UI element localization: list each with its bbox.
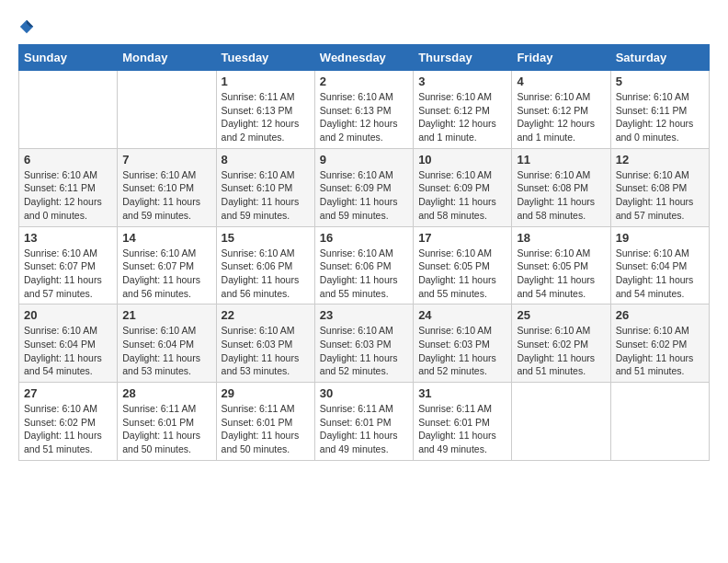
day-number: 10 (418, 153, 506, 167)
day-info: Sunrise: 6:10 AMSunset: 6:10 PMDaylight:… (122, 168, 210, 223)
day-number: 17 (418, 231, 506, 245)
column-header-sunday: Sunday (19, 45, 118, 71)
calendar-cell: 26Sunrise: 6:10 AMSunset: 6:02 PMDayligh… (610, 304, 709, 383)
day-info: Sunrise: 6:10 AMSunset: 6:11 PMDaylight:… (24, 168, 112, 223)
column-header-friday: Friday (512, 45, 610, 71)
column-header-monday: Monday (118, 45, 216, 71)
calendar-cell: 16Sunrise: 6:10 AMSunset: 6:06 PMDayligh… (314, 226, 413, 304)
calendar-cell: 20Sunrise: 6:10 AMSunset: 6:04 PMDayligh… (19, 304, 118, 383)
calendar-cell: 5Sunrise: 6:10 AMSunset: 6:11 PMDaylight… (610, 71, 709, 149)
calendar-cell: 4Sunrise: 6:10 AMSunset: 6:12 PMDaylight… (512, 71, 610, 149)
week-row-5: 27Sunrise: 6:10 AMSunset: 6:02 PMDayligh… (19, 383, 710, 461)
day-number: 1 (222, 75, 310, 88)
day-info: Sunrise: 6:10 AMSunset: 6:02 PMDaylight:… (616, 324, 704, 378)
calendar-cell: 14Sunrise: 6:10 AMSunset: 6:07 PMDayligh… (118, 226, 216, 304)
calendar-cell (118, 71, 216, 149)
day-info: Sunrise: 6:10 AMSunset: 6:09 PMDaylight:… (418, 168, 506, 223)
calendar-cell: 15Sunrise: 6:10 AMSunset: 6:06 PMDayligh… (216, 226, 314, 304)
calendar-cell: 11Sunrise: 6:10 AMSunset: 6:08 PMDayligh… (512, 148, 610, 226)
column-header-saturday: Saturday (610, 45, 709, 71)
column-header-wednesday: Wednesday (314, 45, 413, 71)
calendar-cell: 28Sunrise: 6:11 AMSunset: 6:01 PMDayligh… (118, 383, 216, 461)
day-number: 27 (24, 386, 112, 400)
week-row-3: 13Sunrise: 6:10 AMSunset: 6:07 PMDayligh… (19, 226, 710, 304)
day-info: Sunrise: 6:10 AMSunset: 6:09 PMDaylight:… (320, 168, 408, 223)
calendar-cell: 13Sunrise: 6:10 AMSunset: 6:07 PMDayligh… (19, 226, 118, 304)
calendar-cell: 10Sunrise: 6:10 AMSunset: 6:09 PMDayligh… (414, 148, 512, 226)
day-info: Sunrise: 6:10 AMSunset: 6:08 PMDaylight:… (616, 168, 704, 223)
day-info: Sunrise: 6:10 AMSunset: 6:07 PMDaylight:… (122, 247, 210, 301)
calendar-cell: 18Sunrise: 6:10 AMSunset: 6:05 PMDayligh… (512, 226, 610, 304)
calendar-cell: 25Sunrise: 6:10 AMSunset: 6:02 PMDayligh… (512, 304, 610, 383)
day-number: 9 (320, 153, 408, 167)
calendar-cell: 19Sunrise: 6:10 AMSunset: 6:04 PMDayligh… (610, 226, 709, 304)
day-info: Sunrise: 6:10 AMSunset: 6:12 PMDaylight:… (418, 90, 506, 144)
logo (18, 18, 35, 35)
calendar-cell: 24Sunrise: 6:10 AMSunset: 6:03 PMDayligh… (414, 304, 512, 383)
header-row: SundayMondayTuesdayWednesdayThursdayFrid… (19, 45, 710, 71)
day-info: Sunrise: 6:11 AMSunset: 6:01 PMDaylight:… (418, 402, 506, 456)
calendar-cell (512, 383, 610, 461)
day-number: 2 (320, 75, 408, 88)
day-info: Sunrise: 6:10 AMSunset: 6:10 PMDaylight:… (222, 168, 310, 223)
day-info: Sunrise: 6:10 AMSunset: 6:04 PMDaylight:… (24, 324, 112, 378)
day-number: 16 (320, 231, 408, 245)
day-number: 28 (122, 386, 210, 400)
calendar-table: SundayMondayTuesdayWednesdayThursdayFrid… (18, 44, 710, 461)
day-info: Sunrise: 6:10 AMSunset: 6:08 PMDaylight:… (517, 168, 605, 223)
week-row-1: 1Sunrise: 6:11 AMSunset: 6:13 PMDaylight… (19, 71, 710, 149)
calendar-cell: 22Sunrise: 6:10 AMSunset: 6:03 PMDayligh… (216, 304, 314, 383)
calendar-cell: 29Sunrise: 6:11 AMSunset: 6:01 PMDayligh… (216, 383, 314, 461)
calendar-cell: 21Sunrise: 6:10 AMSunset: 6:04 PMDayligh… (118, 304, 216, 383)
day-info: Sunrise: 6:10 AMSunset: 6:06 PMDaylight:… (222, 247, 310, 301)
calendar-cell: 8Sunrise: 6:10 AMSunset: 6:10 PMDaylight… (216, 148, 314, 226)
day-info: Sunrise: 6:10 AMSunset: 6:02 PMDaylight:… (24, 402, 112, 456)
day-info: Sunrise: 6:10 AMSunset: 6:12 PMDaylight:… (517, 90, 605, 144)
day-number: 23 (320, 308, 408, 322)
day-number: 29 (222, 386, 310, 400)
calendar-cell (610, 383, 709, 461)
day-info: Sunrise: 6:10 AMSunset: 6:02 PMDaylight:… (517, 324, 605, 378)
calendar-cell (19, 71, 118, 149)
calendar-cell: 30Sunrise: 6:11 AMSunset: 6:01 PMDayligh… (314, 383, 413, 461)
day-info: Sunrise: 6:11 AMSunset: 6:01 PMDaylight:… (222, 402, 310, 456)
day-number: 14 (122, 231, 210, 245)
calendar-cell: 6Sunrise: 6:10 AMSunset: 6:11 PMDaylight… (19, 148, 118, 226)
column-header-tuesday: Tuesday (216, 45, 314, 71)
calendar-cell: 12Sunrise: 6:10 AMSunset: 6:08 PMDayligh… (610, 148, 709, 226)
day-number: 5 (616, 75, 704, 88)
calendar-cell: 1Sunrise: 6:11 AMSunset: 6:13 PMDaylight… (216, 71, 314, 149)
day-number: 11 (517, 153, 605, 167)
day-number: 20 (24, 308, 112, 322)
day-info: Sunrise: 6:10 AMSunset: 6:11 PMDaylight:… (616, 90, 704, 144)
day-info: Sunrise: 6:10 AMSunset: 6:04 PMDaylight:… (616, 247, 704, 301)
day-number: 4 (517, 75, 605, 88)
day-number: 13 (24, 231, 112, 245)
week-row-4: 20Sunrise: 6:10 AMSunset: 6:04 PMDayligh… (19, 304, 710, 383)
day-info: Sunrise: 6:10 AMSunset: 6:03 PMDaylight:… (418, 324, 506, 378)
day-info: Sunrise: 6:11 AMSunset: 6:13 PMDaylight:… (222, 90, 310, 144)
day-info: Sunrise: 6:11 AMSunset: 6:01 PMDaylight:… (320, 402, 408, 456)
day-number: 31 (418, 386, 506, 400)
day-info: Sunrise: 6:10 AMSunset: 6:04 PMDaylight:… (122, 324, 210, 378)
day-number: 8 (222, 153, 310, 167)
day-info: Sunrise: 6:10 AMSunset: 6:07 PMDaylight:… (24, 247, 112, 301)
week-row-2: 6Sunrise: 6:10 AMSunset: 6:11 PMDaylight… (19, 148, 710, 226)
day-number: 26 (616, 308, 704, 322)
day-info: Sunrise: 6:10 AMSunset: 6:05 PMDaylight:… (517, 247, 605, 301)
day-number: 22 (222, 308, 310, 322)
calendar-cell: 3Sunrise: 6:10 AMSunset: 6:12 PMDaylight… (414, 71, 512, 149)
day-info: Sunrise: 6:10 AMSunset: 6:13 PMDaylight:… (320, 90, 408, 144)
day-info: Sunrise: 6:10 AMSunset: 6:05 PMDaylight:… (418, 247, 506, 301)
calendar-cell: 9Sunrise: 6:10 AMSunset: 6:09 PMDaylight… (314, 148, 413, 226)
day-info: Sunrise: 6:10 AMSunset: 6:03 PMDaylight:… (320, 324, 408, 378)
day-number: 15 (222, 231, 310, 245)
day-info: Sunrise: 6:10 AMSunset: 6:06 PMDaylight:… (320, 247, 408, 301)
day-number: 25 (517, 308, 605, 322)
day-number: 3 (418, 75, 506, 88)
day-number: 19 (616, 231, 704, 245)
calendar-cell: 17Sunrise: 6:10 AMSunset: 6:05 PMDayligh… (414, 226, 512, 304)
day-number: 12 (616, 153, 704, 167)
day-number: 18 (517, 231, 605, 245)
page-header (18, 18, 710, 35)
